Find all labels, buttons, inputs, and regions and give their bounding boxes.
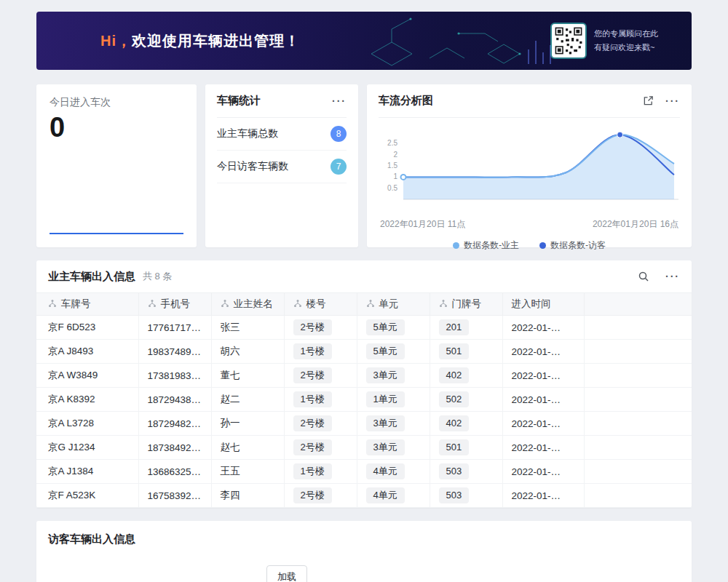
cell-building: 2号楼 [284, 316, 357, 340]
cell-door: 201 [430, 316, 502, 340]
column-header-phone[interactable]: 手机号 [138, 293, 211, 316]
building-tag: 2号楼 [293, 487, 332, 503]
owner-vehicles-header: 业主车辆出入信息 共 8 条 ··· [36, 260, 692, 292]
cell-name: 王五 [211, 460, 284, 484]
door-tag: 503 [439, 463, 470, 479]
cell-phone: 18729438… [138, 388, 211, 412]
table-row[interactable]: 京A K8392 18729438… 赵二 1号楼 1单元 502 2022-0… [36, 388, 692, 412]
column-header-plate[interactable]: 车牌号 [36, 293, 138, 316]
cell-phone: 16758392… [138, 484, 211, 508]
stat-badge: 8 [331, 126, 347, 142]
cell-unit: 3单元 [357, 412, 430, 436]
cell-plate: 京A L3728 [36, 412, 138, 436]
cell-unit: 4单元 [357, 484, 430, 508]
traffic-chart: 0.511.522.5 2022年01月20日 11点 2022年01月20日 … [379, 122, 680, 252]
unit-tag: 3单元 [366, 439, 405, 455]
banner-greeting: 欢迎使用车辆进出管理！ [132, 33, 300, 49]
legend-item-visitor[interactable]: 数据条数-访客 [539, 239, 606, 252]
building-tag: 2号楼 [293, 415, 332, 431]
cell-door: 503 [430, 484, 502, 508]
table-row[interactable]: 京A L3728 18729482… 孙一 2号楼 3单元 402 2022-0… [36, 412, 692, 436]
table-row[interactable]: 京A J1384 13686325… 王五 1号楼 4单元 503 2022-0… [36, 460, 692, 484]
cell-building: 1号楼 [284, 460, 357, 484]
legend-label: 数据条数-访客 [550, 239, 606, 252]
column-header-door[interactable]: 门牌号 [430, 293, 502, 316]
vehicle-stats-card: 车辆统计 ··· 业主车辆总数 8 今日访客车辆数 7 [205, 84, 358, 247]
welcome-banner: Hi，欢迎使用车辆进出管理！ [36, 12, 692, 70]
table-header-row: 车牌号 手机号 业主姓名 楼号 单元 门牌号 进入时间 [36, 293, 692, 316]
cell-phone: 18738492… [138, 436, 211, 460]
building-tag: 2号楼 [293, 439, 332, 455]
field-type-icon [148, 299, 157, 310]
owner-table-body: 京F 6D523 17761717… 张三 2号楼 5单元 201 2022-0… [36, 316, 692, 508]
cell-time: 2022-01-… [502, 460, 584, 484]
table-row[interactable]: 京G J1234 18738492… 赵七 2号楼 3单元 501 2022-0… [36, 436, 692, 460]
field-type-icon [366, 299, 375, 310]
door-tag: 201 [439, 319, 470, 335]
dashboard-page: Hi，欢迎使用车辆进出管理！ [36, 0, 692, 582]
cell-building: 2号楼 [284, 484, 357, 508]
cell-phone: 19837489… [138, 340, 211, 364]
cell-name: 张三 [211, 316, 284, 340]
legend-label: 数据条数-业主 [464, 239, 519, 252]
vehicle-stats-title: 车辆统计 [217, 94, 261, 108]
door-tag: 501 [439, 439, 470, 455]
column-header-unit[interactable]: 单元 [357, 293, 430, 316]
column-header-time[interactable]: 进入时间 [502, 293, 584, 316]
more-options-icon[interactable]: ··· [332, 95, 347, 107]
cell-unit: 1单元 [357, 388, 430, 412]
unit-tag: 4单元 [366, 463, 405, 479]
cell-building: 1号楼 [284, 340, 357, 364]
today-entries-title: 今日进入车次 [50, 96, 183, 109]
stat-badge: 7 [331, 159, 347, 175]
cell-building: 2号楼 [284, 364, 357, 388]
today-entries-underline [50, 233, 183, 234]
table-row[interactable]: 京A J8493 19837489… 胡六 1号楼 5单元 501 2022-0… [36, 340, 692, 364]
cell-time: 2022-01-… [502, 340, 584, 364]
unit-tag: 4单元 [366, 487, 405, 503]
door-tag: 503 [439, 487, 470, 503]
search-icon[interactable] [638, 271, 649, 282]
table-row[interactable]: 京A W3849 17381983… 董七 2号楼 3单元 402 2022-0… [36, 364, 692, 388]
banner-title: Hi，欢迎使用车辆进出管理！ [100, 31, 300, 51]
column-header-building[interactable]: 楼号 [284, 293, 357, 316]
banner-decoration [349, 12, 568, 70]
cell-building: 2号楼 [284, 436, 357, 460]
cell-plate: 京G J1234 [36, 436, 138, 460]
owner-vehicles-count: 共 8 条 [143, 270, 172, 283]
chart-legend: 数据条数-业主 数据条数-访客 [379, 239, 680, 252]
more-options-icon[interactable]: ··· [665, 271, 680, 282]
qr-pattern [554, 26, 583, 55]
today-entries-card: 今日进入车次 0 [36, 84, 197, 247]
line-chart: 0.511.522.5 [379, 122, 680, 214]
cell-time: 2022-01-… [502, 412, 584, 436]
cell-name: 董七 [211, 364, 284, 388]
cell-filler [584, 364, 692, 388]
traffic-analysis-header: 车流分析图 ··· [379, 84, 680, 118]
field-type-icon [439, 299, 448, 310]
building-tag: 2号楼 [293, 367, 332, 383]
table-row[interactable]: 京F 6D523 17761717… 张三 2号楼 5单元 201 2022-0… [36, 316, 692, 340]
cell-phone: 18729482… [138, 412, 211, 436]
cell-filler [584, 316, 692, 340]
cell-unit: 3单元 [357, 364, 430, 388]
cell-plate: 京A J8493 [36, 340, 138, 364]
export-icon[interactable] [643, 95, 654, 106]
traffic-analysis-card: 车流分析图 ··· 0.511.522.5 2022年01月20日 11点 20… [367, 84, 692, 247]
more-options-icon[interactable]: ··· [665, 95, 680, 107]
cell-filler [584, 436, 692, 460]
field-type-icon [221, 299, 229, 310]
partial-button[interactable]: 加载 [266, 565, 307, 582]
cell-name: 胡六 [211, 340, 284, 364]
column-header-name[interactable]: 业主姓名 [211, 293, 284, 316]
table-row[interactable]: 京F A523K 16758392… 李四 2号楼 4单元 503 2022-0… [36, 484, 692, 508]
unit-tag: 5单元 [366, 319, 405, 335]
cell-door: 502 [430, 388, 502, 412]
legend-item-owner[interactable]: 数据条数-业主 [453, 239, 519, 252]
qr-code[interactable] [552, 24, 585, 57]
cell-plate: 京F A523K [36, 484, 138, 508]
field-type-icon [48, 299, 57, 310]
vehicle-stats-header: 车辆统计 ··· [217, 84, 347, 118]
field-type-icon [293, 299, 302, 310]
cell-name: 赵七 [211, 436, 284, 460]
